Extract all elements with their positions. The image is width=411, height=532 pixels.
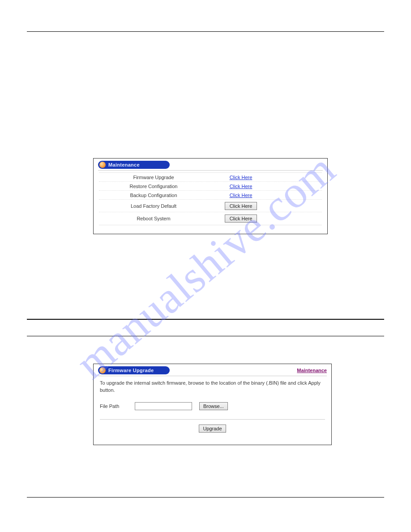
file-path-input[interactable] [135, 402, 192, 410]
row-label: Backup Configuration [99, 193, 212, 198]
divider-section-sub [27, 336, 384, 336]
orb-icon [99, 367, 106, 373]
row-restore-config: Restore Configuration Click Here [99, 182, 322, 191]
row-label: Firmware Upgrade [99, 175, 212, 180]
divider-bottom [27, 497, 384, 498]
firmware-upgrade-panel: Firmware Upgrade Maintenance To upgrade … [93, 364, 332, 445]
maintenance-body: Firmware Upgrade Click Here Restore Conf… [99, 172, 322, 225]
factory-default-button[interactable]: Click Here [225, 202, 257, 210]
firmware-upgrade-link[interactable]: Click Here [230, 175, 253, 180]
row-backup-config: Backup Configuration Click Here [99, 191, 322, 200]
file-path-label: File Path [100, 403, 128, 409]
row-reboot: Reboot System Click Here [99, 212, 322, 225]
divider-section [27, 319, 384, 320]
header-underline [98, 170, 323, 171]
panel-header: Firmware Upgrade Maintenance [94, 364, 331, 376]
file-path-row: File Path Browse... [100, 402, 325, 410]
reboot-button[interactable]: Click Here [225, 215, 257, 223]
maintenance-panel: Maintenance Firmware Upgrade Click Here … [93, 158, 328, 234]
row-firmware-upgrade: Firmware Upgrade Click Here [99, 173, 322, 182]
backup-config-link[interactable]: Click Here [230, 193, 253, 198]
header-underline [98, 376, 327, 376]
orb-icon [99, 162, 106, 168]
row-label: Reboot System [99, 216, 212, 221]
header-pill: Firmware Upgrade [98, 366, 170, 374]
header-pill: Maintenance [98, 161, 170, 169]
panel-header: Maintenance [94, 159, 327, 170]
panel-title: Firmware Upgrade [108, 368, 154, 373]
row-label: Load Factory Default [99, 203, 212, 209]
panel-title: Maintenance [108, 162, 140, 167]
firmware-body: To upgrade the internal switch firmware,… [94, 378, 331, 419]
browse-button[interactable]: Browse... [199, 402, 228, 410]
upgrade-instructions: To upgrade the internal switch firmware,… [100, 380, 325, 394]
upgrade-button[interactable]: Upgrade [199, 425, 226, 433]
panel-footer: Upgrade [94, 420, 331, 434]
divider-top [27, 31, 384, 32]
row-factory-default: Load Factory Default Click Here [99, 200, 322, 212]
row-label: Restore Configuration [99, 184, 212, 189]
maintenance-back-link[interactable]: Maintenance [297, 368, 327, 373]
restore-config-link[interactable]: Click Here [230, 184, 253, 189]
